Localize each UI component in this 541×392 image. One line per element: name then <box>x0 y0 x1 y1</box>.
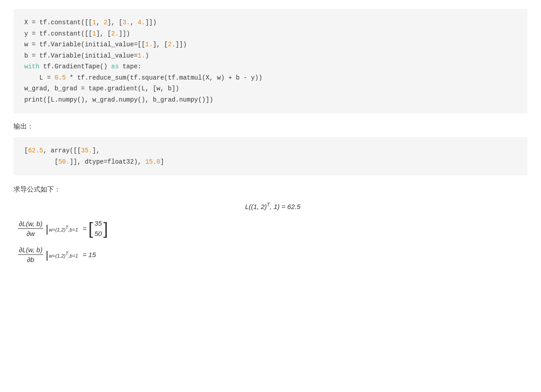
math-eq3: ∂L(w, b) ∂b | w=(1,2)T,b=1 = 15 <box>18 246 528 263</box>
output-line-1: [62.5, array([[35.], <box>24 145 517 156</box>
output-line-2: [50.]], dtype=float32), 15.0] <box>24 156 517 168</box>
code-line-6: L = 0.5 * tf.reduce_sum(tf.square(tf.mat… <box>24 72 517 84</box>
code-line-4: b = tf.Variable(initial_value=1.) <box>24 50 517 62</box>
code-line-1: X = tf.constant([[1, 2], [3., 4.]]) <box>24 17 517 28</box>
code-line-3: w = tf.Variable(initial_value=[[1.], [2.… <box>24 39 517 50</box>
output-label: 输出： <box>13 122 528 131</box>
math-section: L((1, 2)T, 1) = 62.5 ∂L(w, b) ∂w | w=(1,… <box>13 202 528 263</box>
code-line-2: y = tf.constant([[1], [2.]]) <box>24 28 517 40</box>
code-line-7: w_grad, b_grad = tape.gradient(L, [w, b]… <box>24 83 517 94</box>
output-block: [62.5, array([[35.], [50.]], dtype=float… <box>13 137 528 175</box>
math-eq1: L((1, 2)T, 1) = 62.5 <box>18 202 528 210</box>
derivation-label: 求导公式如下： <box>13 185 528 194</box>
code-line-5: with tf.GradientTape() as tape: <box>24 61 517 72</box>
code-line-8: print([L.numpy(), w_grad.numpy(), b_grad… <box>24 94 517 106</box>
math-eq2: ∂L(w, b) ∂w | w=(1,2)T,b=1 = [ 35 50 ] <box>18 218 528 239</box>
code-block: X = tf.constant([[1, 2], [3., 4.]]) y = … <box>13 9 528 113</box>
